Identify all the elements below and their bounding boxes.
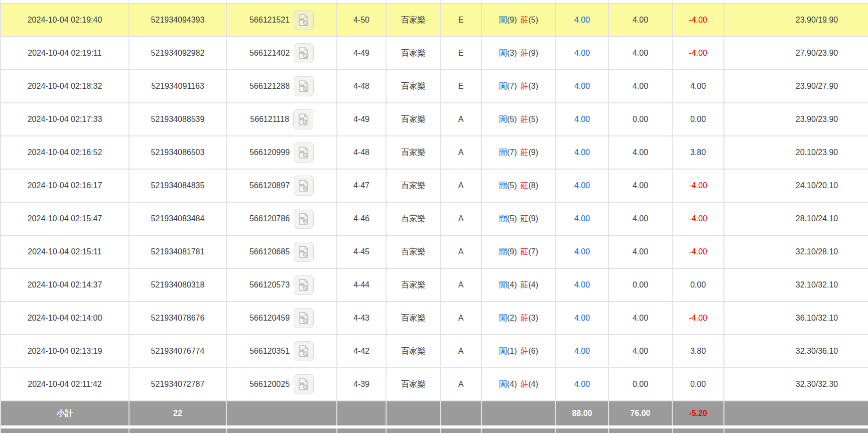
subtotal-row: 小計 22 88.00 76.00 -5.20 xyxy=(1,401,868,425)
player-score: (4) xyxy=(507,280,517,290)
win-loss-cell: -4.00 xyxy=(673,236,724,268)
player-score: (1) xyxy=(507,347,517,356)
video-replay-button[interactable] xyxy=(294,43,314,63)
game-id-cell: 566120459 xyxy=(227,302,337,334)
bet-record-row[interactable]: 2024-10-04 02:17:33 521934088539 5661211… xyxy=(1,103,868,136)
win-loss-cell: 4.00 xyxy=(673,70,724,102)
bet-record-row[interactable]: 2024-10-04 02:19:40 521934094393 5661215… xyxy=(1,4,868,37)
balance-cell: 36.10/32.10 xyxy=(724,302,868,334)
time-cell: 2024-10-04 02:13:19 xyxy=(1,335,130,367)
game-type-cell: 百家樂 xyxy=(387,136,441,169)
video-replay-button[interactable] xyxy=(294,275,314,295)
game-id-cell: 566121118 xyxy=(227,103,337,135)
banker-score: (3) xyxy=(529,314,539,323)
video-replay-button[interactable] xyxy=(294,142,314,163)
video-replay-button[interactable] xyxy=(294,341,314,361)
video-replay-button[interactable] xyxy=(294,10,314,30)
bet-record-row[interactable]: 2024-10-04 02:14:37 521934080318 5661205… xyxy=(1,269,868,302)
game-type-cell: 百家樂 xyxy=(387,170,441,202)
bet-record-row[interactable]: 2024-10-04 02:13:19 521934076774 5661203… xyxy=(1,335,868,368)
result-cell: 閒(3)莊(9) xyxy=(482,37,556,69)
bet-record-row[interactable]: 2024-10-04 02:14:00 521934078676 5661204… xyxy=(1,302,868,335)
player-label: 閒 xyxy=(499,114,507,125)
balance-cell: 32.30/32.30 xyxy=(724,368,868,400)
bet-record-row[interactable]: 2024-10-04 02:18:32 521934091163 5661212… xyxy=(1,70,868,103)
bet-amount-link[interactable]: 4.00 xyxy=(574,148,590,157)
table-letter-cell: E xyxy=(441,37,482,69)
bet-amount-link[interactable]: 4.00 xyxy=(574,181,590,190)
round-cell: 4-39 xyxy=(337,368,387,400)
game-id-text: 566120786 xyxy=(250,214,290,223)
video-file-icon xyxy=(297,179,310,192)
bet-record-row[interactable]: 2024-10-04 02:16:52 521934086503 5661209… xyxy=(1,136,868,170)
time-cell: 2024-10-04 02:15:11 xyxy=(1,236,130,268)
banker-label: 莊 xyxy=(521,280,529,291)
video-replay-button[interactable] xyxy=(293,109,313,129)
result-cell: 閒(7)莊(3) xyxy=(482,70,556,102)
time-cell: 2024-10-04 02:19:40 xyxy=(1,4,130,36)
bet-amount-link[interactable]: 4.00 xyxy=(574,82,590,91)
player-label: 閒 xyxy=(499,148,507,158)
game-id-text: 566120897 xyxy=(250,181,290,190)
bet-id-cell: 521934076774 xyxy=(130,335,227,367)
video-replay-button[interactable] xyxy=(294,308,314,328)
bet-record-row[interactable]: 2024-10-04 02:11:42 521934072787 5661200… xyxy=(1,368,868,401)
game-id-cell: 566121402 xyxy=(227,37,337,69)
bet-amount-link[interactable]: 4.00 xyxy=(574,280,590,290)
bet-amount-link[interactable]: 4.00 xyxy=(574,380,590,389)
bet-record-row[interactable]: 2024-10-04 02:19:11 521934092982 5661214… xyxy=(1,37,868,70)
round-cell: 4-47 xyxy=(337,170,387,202)
video-replay-button[interactable] xyxy=(294,374,314,394)
game-type-cell: 百家樂 xyxy=(387,37,441,69)
table-letter-cell: A xyxy=(441,103,482,135)
player-label: 閒 xyxy=(499,81,507,92)
bet-record-row[interactable]: 2024-10-04 02:15:47 521934083484 5661207… xyxy=(1,203,868,236)
valid-amount-cell: 4.00 xyxy=(609,335,673,367)
video-file-icon xyxy=(297,378,310,391)
bet-amount-link[interactable]: 4.00 xyxy=(574,347,590,356)
banker-score: (5) xyxy=(529,16,539,25)
banker-label: 莊 xyxy=(521,114,529,125)
result-cell: 閒(9)莊(5) xyxy=(482,4,556,36)
player-label: 閒 xyxy=(499,280,507,291)
bet-id-cell: 521934072787 xyxy=(130,368,227,400)
round-cell: 4-45 xyxy=(337,236,387,268)
bet-amount-link[interactable]: 4.00 xyxy=(574,16,590,25)
video-file-icon xyxy=(297,212,310,225)
bet-record-row[interactable]: 2024-10-04 02:16:17 521934084835 5661208… xyxy=(1,170,868,203)
table-letter-cell: A xyxy=(441,302,482,334)
bet-record-row[interactable]: 2024-10-04 02:15:11 521934081781 5661206… xyxy=(1,236,868,269)
bet-amount-link[interactable]: 4.00 xyxy=(574,115,590,124)
player-label: 閒 xyxy=(499,346,507,357)
bet-amount-link[interactable]: 4.00 xyxy=(574,247,590,256)
video-replay-button[interactable] xyxy=(294,242,314,262)
game-type-cell: 百家樂 xyxy=(387,203,441,235)
game-id-cell: 566120025 xyxy=(227,368,337,400)
banker-label: 莊 xyxy=(521,81,529,92)
valid-amount-cell: 4.00 xyxy=(609,37,673,69)
banker-label: 莊 xyxy=(521,247,529,257)
valid-amount-cell: 4.00 xyxy=(609,236,673,268)
subtotal-count: 22 xyxy=(130,401,227,425)
balance-cell: 20.10/23.90 xyxy=(724,136,868,169)
bet-amount-link[interactable]: 4.00 xyxy=(574,214,590,223)
video-file-icon xyxy=(297,47,310,60)
win-loss-cell: -4.00 xyxy=(673,37,724,69)
valid-amount-cell: 0.00 xyxy=(609,103,673,135)
video-replay-button[interactable] xyxy=(294,176,314,196)
player-score: (5) xyxy=(507,214,517,223)
table-letter-cell: A xyxy=(441,368,482,400)
banker-score: (7) xyxy=(529,247,539,256)
balance-cell: 27.90/23.90 xyxy=(724,37,868,69)
banker-label: 莊 xyxy=(521,346,529,357)
video-replay-button[interactable] xyxy=(294,209,314,229)
bet-amount-link[interactable]: 4.00 xyxy=(574,49,590,58)
time-cell: 2024-10-04 02:14:37 xyxy=(1,269,130,301)
game-type-cell: 百家樂 xyxy=(387,4,441,36)
table-letter-cell: E xyxy=(441,70,482,102)
player-score: (3) xyxy=(507,49,517,58)
game-type-cell: 百家樂 xyxy=(387,368,441,400)
valid-amount-cell: 4.00 xyxy=(609,302,673,334)
bet-amount-link[interactable]: 4.00 xyxy=(574,314,590,323)
video-replay-button[interactable] xyxy=(294,76,314,96)
